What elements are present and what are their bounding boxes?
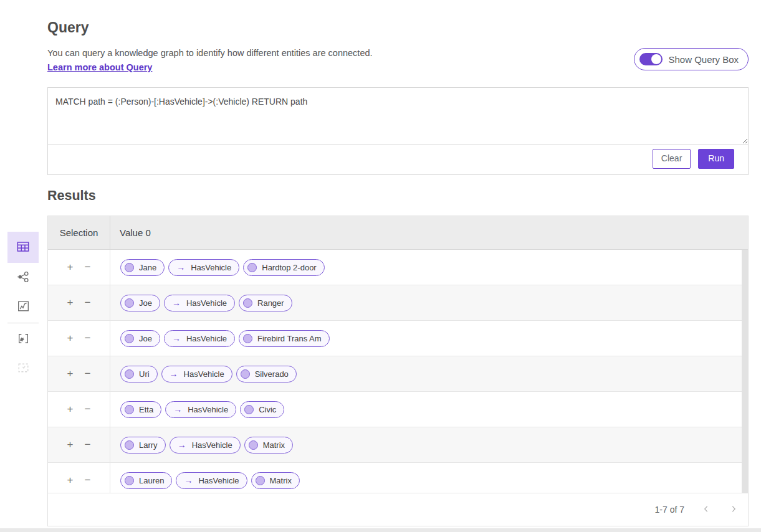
- edge-pill[interactable]: → HasVehicle: [164, 330, 235, 347]
- add-to-selection-button[interactable]: +: [66, 474, 75, 487]
- add-to-selection-button[interactable]: +: [66, 332, 75, 344]
- node-pill[interactable]: Joe: [120, 330, 160, 347]
- selection-cell: + −: [48, 321, 110, 356]
- node-pill[interactable]: Larry: [120, 437, 166, 454]
- node-pill[interactable]: Lauren: [120, 472, 172, 489]
- query-editor[interactable]: MATCH path = (:Person)-[:HasVehicle]->(:…: [48, 88, 748, 145]
- node-circle-icon: [243, 298, 252, 308]
- column-header-selection: Selection: [48, 216, 110, 249]
- node-pill[interactable]: Hardtop 2-door: [243, 259, 324, 276]
- arrow-right-icon: →: [184, 476, 193, 485]
- node-pill[interactable]: Ranger: [239, 295, 292, 311]
- node-circle-icon: [125, 298, 134, 308]
- chevron-right-icon: [729, 505, 738, 515]
- pill-label: Firebird Trans Am: [257, 334, 322, 343]
- node-circle-icon: [125, 476, 134, 485]
- raw-view-icon: [16, 331, 31, 348]
- remove-from-selection-button[interactable]: −: [84, 261, 92, 273]
- pill-label: Larry: [139, 440, 158, 450]
- value-cell: Lauren → HasVehicle Matrix: [110, 463, 748, 493]
- query-description: You can query a knowledge graph to ident…: [47, 48, 373, 58]
- node-pill[interactable]: Uri: [120, 366, 158, 382]
- add-to-selection-button[interactable]: +: [66, 368, 75, 380]
- results-table-footer: 1-7 of 7: [48, 493, 748, 526]
- show-query-box-toggle[interactable]: Show Query Box: [634, 48, 749, 70]
- tab-chart-view[interactable]: [7, 292, 39, 321]
- add-to-selection-button[interactable]: +: [66, 297, 75, 309]
- bottom-page-edge: [0, 528, 761, 532]
- table-view-icon: [15, 239, 31, 257]
- arrow-right-icon: →: [176, 263, 185, 272]
- pill-label: Jane: [139, 263, 156, 272]
- edge-pill[interactable]: → HasVehicle: [168, 259, 239, 276]
- selection-cell: + −: [48, 463, 110, 493]
- toggle-switch-icon[interactable]: [639, 53, 663, 65]
- remove-from-selection-button[interactable]: −: [84, 332, 92, 344]
- results-table-header: Selection Value 0: [48, 216, 748, 250]
- node-pill[interactable]: Joe: [120, 295, 160, 311]
- next-page-button[interactable]: [728, 503, 739, 516]
- table-scrollbar[interactable]: [742, 250, 748, 493]
- edge-pill[interactable]: → HasVehicle: [170, 437, 241, 454]
- pagination-range-label: 1-7 of 7: [655, 505, 684, 515]
- table-row: + − Jane → HasVehicle Hardtop 2-door: [48, 250, 748, 285]
- graph-view-icon: [16, 269, 31, 287]
- node-pill[interactable]: Matrix: [251, 472, 300, 489]
- pill-label: HasVehicle: [191, 263, 231, 272]
- edge-pill[interactable]: → HasVehicle: [161, 366, 232, 382]
- results-view-sidebar: [7, 232, 39, 383]
- results-table: Selection Value 0 + − Jane → HasVehicle …: [47, 216, 749, 526]
- node-circle-icon: [241, 369, 250, 379]
- value-cell: Uri → HasVehicle Silverado: [110, 356, 748, 391]
- tab-table-view[interactable]: [7, 232, 39, 263]
- table-row: + − Uri → HasVehicle Silverado: [48, 356, 748, 392]
- node-pill[interactable]: Firebird Trans Am: [239, 330, 330, 347]
- remove-from-selection-button[interactable]: −: [84, 403, 92, 416]
- toggle-knob: [651, 54, 661, 64]
- chart-view-icon: [16, 298, 31, 316]
- value-cell: Etta → HasVehicle Civic: [110, 392, 748, 427]
- results-title: Results: [47, 188, 96, 204]
- node-pill[interactable]: Etta: [120, 401, 161, 418]
- arrow-right-icon: →: [170, 369, 178, 378]
- pill-label: HasVehicle: [188, 405, 228, 414]
- node-circle-icon: [125, 440, 134, 450]
- tab-raw-view[interactable]: [7, 325, 39, 354]
- tab-graph-view[interactable]: [7, 263, 39, 292]
- pill-label: HasVehicle: [184, 369, 224, 379]
- pill-label: Matrix: [263, 440, 285, 450]
- add-to-selection-button[interactable]: +: [66, 439, 75, 451]
- node-circle-icon: [249, 440, 258, 450]
- node-circle-icon: [244, 405, 254, 414]
- node-pill[interactable]: Civic: [240, 401, 284, 418]
- node-pill[interactable]: Silverado: [236, 366, 297, 382]
- add-to-selection-button[interactable]: +: [66, 261, 75, 273]
- pill-label: HasVehicle: [192, 440, 232, 450]
- pill-label: HasVehicle: [198, 476, 239, 485]
- node-pill[interactable]: Jane: [120, 259, 165, 276]
- node-circle-icon: [243, 334, 252, 343]
- node-circle-icon: [125, 369, 134, 379]
- pill-label: Matrix: [270, 476, 292, 485]
- add-to-selection-button[interactable]: +: [66, 403, 75, 416]
- value-cell: Joe → HasVehicle Ranger: [110, 285, 748, 320]
- results-table-body: + − Jane → HasVehicle Hardtop 2-door + −…: [48, 250, 748, 493]
- edge-pill[interactable]: → HasVehicle: [165, 401, 236, 418]
- selection-cell: + −: [48, 356, 110, 391]
- remove-from-selection-button[interactable]: −: [84, 439, 92, 451]
- remove-from-selection-button[interactable]: −: [84, 368, 92, 380]
- column-header-value-0: Value 0: [110, 216, 748, 249]
- node-pill[interactable]: Matrix: [244, 437, 293, 454]
- arrow-right-icon: →: [172, 334, 181, 343]
- previous-page-button[interactable]: [701, 503, 712, 516]
- table-row: + − Joe → HasVehicle Ranger: [48, 285, 748, 321]
- learn-more-link[interactable]: Learn more about Query: [47, 62, 152, 72]
- run-button[interactable]: Run: [698, 149, 734, 168]
- edge-pill[interactable]: → HasVehicle: [176, 472, 247, 489]
- remove-from-selection-button[interactable]: −: [84, 297, 92, 309]
- pill-label: HasVehicle: [186, 298, 227, 308]
- edge-pill[interactable]: → HasVehicle: [164, 295, 235, 311]
- query-actions: Clear Run: [48, 145, 748, 173]
- remove-from-selection-button[interactable]: −: [84, 474, 92, 487]
- clear-button[interactable]: Clear: [653, 149, 691, 168]
